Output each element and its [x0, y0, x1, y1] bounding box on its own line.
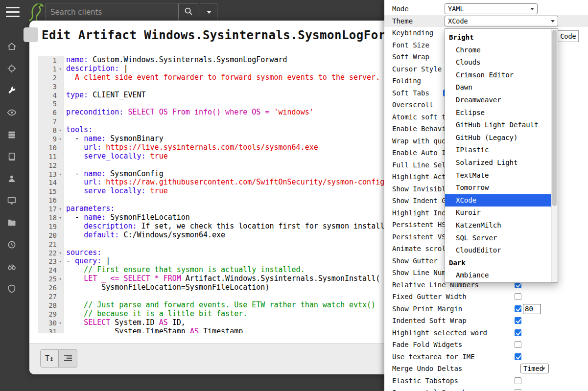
- setting-label-show-gutter: Show Gutter: [392, 257, 438, 265]
- setting-checkbox-elastic-tabstops[interactable]: [515, 377, 521, 384]
- nav-notebooks[interactable]: [0, 145, 24, 167]
- nav-hunts[interactable]: [0, 57, 24, 79]
- fold-toggle-icon[interactable]: ▾: [57, 207, 64, 211]
- setting-select-theme[interactable]: XCode: [445, 16, 558, 26]
- setting-row-indented-soft-wrap: Indented Soft Wrap: [384, 315, 588, 327]
- gutter-line: 30▾: [38, 319, 64, 327]
- setting-checkbox-use-textarea-for-ime[interactable]: [515, 353, 521, 360]
- reformat-button[interactable]: [59, 349, 77, 368]
- theme-option-eclipse[interactable]: Eclipse: [445, 107, 558, 119]
- chevron-down-icon: [207, 11, 212, 16]
- nav-vfs[interactable]: [0, 211, 24, 233]
- line-number: 22: [48, 249, 57, 257]
- setting-row-theme: ThemeXCode: [384, 15, 588, 27]
- hamburger-menu-icon[interactable]: [6, 7, 20, 17]
- setting-label-font-size: Font Size: [392, 41, 429, 49]
- gutter-line: 7: [38, 117, 64, 126]
- gutter-line: 11: [38, 152, 64, 161]
- setting-checkbox-highlight-selected-word[interactable]: [515, 329, 521, 336]
- setting-label-theme: Theme: [392, 17, 413, 25]
- book-icon: [7, 152, 17, 161]
- setting-row-incremental-search: Incremental Search: [384, 387, 588, 391]
- fold-toggle-icon[interactable]: ▾: [57, 128, 64, 133]
- panel-handle-button[interactable]: [24, 27, 38, 42]
- theme-option-dreamweaver[interactable]: Dreamweaver: [445, 94, 558, 107]
- dropdown-scrollbar[interactable]: [551, 29, 558, 282]
- setting-checkbox-fixed-gutter-width[interactable]: [515, 293, 521, 300]
- fold-toggle-icon[interactable]: ▾: [57, 251, 64, 255]
- line-number: 10: [48, 144, 57, 152]
- fold-toggle-icon[interactable]: ▾: [57, 172, 64, 177]
- fold-toggle-icon[interactable]: ▾: [57, 259, 64, 264]
- nav-server-artifacts[interactable]: [0, 123, 24, 145]
- nav-security[interactable]: [0, 277, 24, 299]
- line-number: 28: [48, 301, 57, 309]
- theme-option-cloudeditor[interactable]: CloudEditor: [445, 244, 558, 257]
- setting-input-show-print-margin[interactable]: [523, 304, 541, 314]
- nav-collected[interactable]: [0, 233, 24, 255]
- theme-option-chrome[interactable]: Chrome: [445, 44, 558, 57]
- nav-users[interactable]: [0, 167, 24, 189]
- setting-row-fixed-gutter-width: Fixed Gutter Width: [384, 291, 588, 303]
- fold-toggle-icon[interactable]: ▾: [57, 321, 64, 325]
- theme-option-katzenmilch[interactable]: KatzenMilch: [445, 219, 558, 232]
- setting-checkbox-incremental-search[interactable]: [515, 389, 521, 391]
- gutter-line: 16: [38, 196, 64, 205]
- line-number: 4: [53, 92, 57, 99]
- theme-option-xcode[interactable]: XCode: [445, 194, 551, 207]
- gutter-line: 4: [38, 91, 64, 100]
- font-size-button[interactable]: T↕: [40, 349, 59, 368]
- sidebar: [0, 35, 24, 391]
- setting-label-incremental-search: Incremental Search: [392, 389, 467, 391]
- theme-option-github-light-default[interactable]: GitHub Light Default: [445, 119, 558, 132]
- fold-toggle-icon[interactable]: ▾: [57, 67, 64, 71]
- line-number: 23: [48, 257, 57, 265]
- dropdown-scrollbar-thumb[interactable]: [552, 30, 557, 206]
- search-input[interactable]: [45, 3, 178, 22]
- theme-option-crimson-editor[interactable]: Crimson Editor: [445, 69, 558, 82]
- line-number: 6: [53, 109, 57, 116]
- theme-option-sql-server[interactable]: SQL Server: [445, 232, 558, 245]
- setting-checkbox-fade-fold-widgets[interactable]: [515, 341, 521, 348]
- gutter-line: 1▾: [38, 65, 64, 73]
- fold-toggle-icon[interactable]: ▾: [57, 137, 64, 141]
- code-button[interactable]: Code: [558, 30, 579, 42]
- theme-dropdown-list: BrightChromeCloudsCrimson EditorDawnDrea…: [445, 28, 558, 283]
- theme-option-tomorrow[interactable]: Tomorrow: [445, 182, 558, 194]
- theme-option-solarized-light[interactable]: Solarized Light: [445, 157, 558, 169]
- nav-client-events[interactable]: [0, 101, 24, 123]
- gutter-line: 15: [38, 187, 64, 196]
- line-number: 9: [53, 135, 57, 143]
- theme-option-dawn[interactable]: Dawn: [445, 81, 558, 94]
- theme-option-clouds[interactable]: Clouds: [445, 56, 558, 69]
- theme-option-ambiance[interactable]: Ambiance: [445, 269, 558, 282]
- setting-select-mode[interactable]: YAML: [445, 3, 538, 14]
- theme-option-github-legacy[interactable]: GitHub (Legacy): [445, 132, 558, 144]
- gutter-line: 18▾: [38, 213, 64, 222]
- theme-group-dark: Dark: [445, 257, 558, 270]
- search-button[interactable]: [178, 3, 198, 22]
- setting-checkbox-indented-soft-wrap[interactable]: [515, 317, 521, 324]
- theme-option-textmate[interactable]: TextMate: [445, 169, 558, 182]
- gutter-line: 6: [38, 108, 64, 117]
- gutter-line: 19: [38, 222, 64, 231]
- search-options-button[interactable]: [201, 3, 217, 22]
- nav-search[interactable]: [0, 255, 24, 277]
- line-number: 1: [53, 65, 57, 73]
- gutter-line: 26: [38, 283, 64, 292]
- setting-checkbox-show-print-margin[interactable]: [515, 305, 521, 312]
- line-number: 3: [53, 83, 57, 91]
- theme-option-kuroir[interactable]: Kuroir: [445, 207, 558, 219]
- fold-toggle-icon[interactable]: ▾: [57, 276, 64, 281]
- nav-home[interactable]: [0, 35, 24, 57]
- setting-row-highlight-selected-word: Highlight selected word: [384, 327, 588, 339]
- setting-select-merge-undo-deltas[interactable]: Timed: [520, 364, 549, 373]
- setting-label-mode: Mode: [392, 5, 409, 13]
- gutter-line: 21: [38, 240, 64, 249]
- nav-artifacts[interactable]: [0, 79, 24, 101]
- fold-toggle-icon[interactable]: ▾: [57, 215, 64, 220]
- line-number: 30: [48, 319, 57, 327]
- theme-option-iplastic[interactable]: IPlastic: [445, 144, 558, 157]
- nav-host-info[interactable]: [0, 189, 24, 211]
- line-number: 1: [53, 56, 57, 64]
